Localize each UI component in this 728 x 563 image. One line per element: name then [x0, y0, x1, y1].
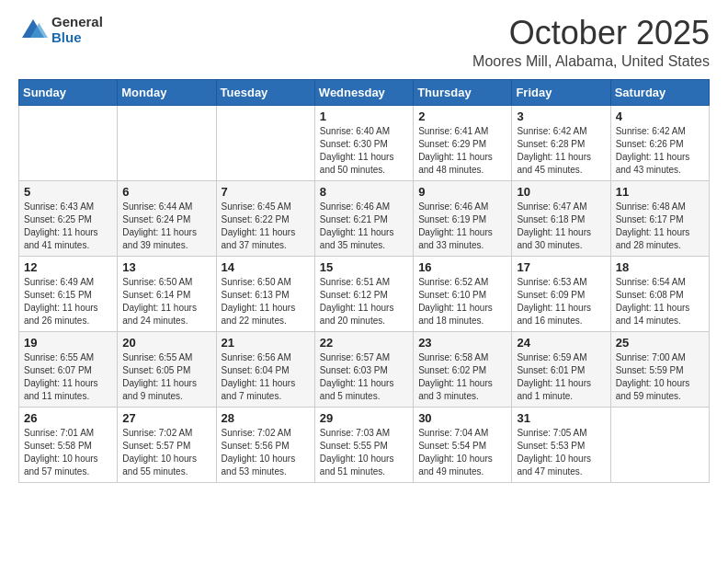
header: General Blue October 2025 Moores Mill, A…: [18, 15, 710, 70]
day-number: 27: [122, 411, 210, 425]
day-info: Sunrise: 6:46 AM Sunset: 6:21 PM Dayligh…: [320, 201, 408, 252]
day-number: 26: [24, 411, 112, 425]
calendar-cell: 17Sunrise: 6:53 AM Sunset: 6:09 PM Dayli…: [512, 256, 610, 331]
month-title: October 2025: [472, 15, 710, 52]
calendar-cell: 9Sunrise: 6:46 AM Sunset: 6:19 PM Daylig…: [414, 180, 512, 256]
day-info: Sunrise: 7:04 AM Sunset: 5:54 PM Dayligh…: [418, 427, 506, 478]
day-info: Sunrise: 6:47 AM Sunset: 6:18 PM Dayligh…: [517, 201, 605, 252]
calendar-cell: 10Sunrise: 6:47 AM Sunset: 6:18 PM Dayli…: [512, 180, 610, 256]
title-block: October 2025 Moores Mill, Alabama, Unite…: [472, 15, 710, 70]
day-number: 29: [320, 411, 408, 425]
calendar-table: SundayMondayTuesdayWednesdayThursdayFrid…: [18, 79, 710, 483]
calendar-cell: 20Sunrise: 6:55 AM Sunset: 6:05 PM Dayli…: [118, 331, 216, 407]
day-info: Sunrise: 6:50 AM Sunset: 6:14 PM Dayligh…: [122, 276, 210, 327]
calendar-week-row: 19Sunrise: 6:55 AM Sunset: 6:07 PM Dayli…: [19, 331, 710, 407]
calendar-cell: 6Sunrise: 6:44 AM Sunset: 6:24 PM Daylig…: [118, 180, 216, 256]
calendar-cell: 18Sunrise: 6:54 AM Sunset: 6:08 PM Dayli…: [610, 256, 709, 331]
day-info: Sunrise: 7:01 AM Sunset: 5:58 PM Dayligh…: [24, 427, 112, 478]
day-number: 7: [222, 185, 310, 199]
day-info: Sunrise: 6:55 AM Sunset: 6:05 PM Dayligh…: [122, 351, 210, 403]
day-info: Sunrise: 6:55 AM Sunset: 6:07 PM Dayligh…: [24, 351, 112, 403]
day-number: 10: [517, 185, 605, 199]
day-number: 14: [222, 260, 310, 274]
weekday-header-thursday: Thursday: [414, 79, 512, 105]
day-number: 15: [320, 260, 408, 274]
day-number: 21: [222, 336, 310, 350]
day-number: 24: [517, 336, 605, 350]
calendar-cell: 14Sunrise: 6:50 AM Sunset: 6:13 PM Dayli…: [216, 256, 314, 331]
calendar-cell: 26Sunrise: 7:01 AM Sunset: 5:58 PM Dayli…: [19, 407, 118, 482]
location: Moores Mill, Alabama, United States: [472, 53, 710, 70]
calendar-cell: 30Sunrise: 7:04 AM Sunset: 5:54 PM Dayli…: [414, 407, 512, 482]
day-info: Sunrise: 6:52 AM Sunset: 6:10 PM Dayligh…: [418, 276, 506, 327]
calendar-cell: 11Sunrise: 6:48 AM Sunset: 6:17 PM Dayli…: [610, 180, 709, 256]
logo-blue-label: Blue: [51, 30, 103, 46]
day-info: Sunrise: 6:42 AM Sunset: 6:26 PM Dayligh…: [616, 125, 704, 177]
calendar-cell: 28Sunrise: 7:02 AM Sunset: 5:56 PM Dayli…: [216, 407, 314, 482]
calendar-cell: 1Sunrise: 6:40 AM Sunset: 6:30 PM Daylig…: [314, 105, 413, 180]
day-number: 19: [24, 336, 112, 350]
day-number: 3: [517, 109, 605, 123]
calendar-cell: 23Sunrise: 6:58 AM Sunset: 6:02 PM Dayli…: [414, 331, 512, 407]
day-info: Sunrise: 6:48 AM Sunset: 6:17 PM Dayligh…: [616, 201, 704, 252]
day-info: Sunrise: 7:02 AM Sunset: 5:57 PM Dayligh…: [122, 427, 210, 478]
day-number: 25: [616, 336, 704, 350]
calendar-cell: 12Sunrise: 6:49 AM Sunset: 6:15 PM Dayli…: [19, 256, 118, 331]
calendar-cell: [19, 105, 118, 180]
calendar-cell: 29Sunrise: 7:03 AM Sunset: 5:55 PM Dayli…: [314, 407, 413, 482]
calendar-cell: 22Sunrise: 6:57 AM Sunset: 6:03 PM Dayli…: [314, 331, 413, 407]
calendar-cell: [216, 105, 314, 180]
calendar-cell: 4Sunrise: 6:42 AM Sunset: 6:26 PM Daylig…: [610, 105, 709, 180]
calendar-cell: 31Sunrise: 7:05 AM Sunset: 5:53 PM Dayli…: [512, 407, 610, 482]
day-info: Sunrise: 6:46 AM Sunset: 6:19 PM Dayligh…: [418, 201, 506, 252]
day-info: Sunrise: 7:02 AM Sunset: 5:56 PM Dayligh…: [222, 427, 310, 478]
day-info: Sunrise: 6:56 AM Sunset: 6:04 PM Dayligh…: [222, 351, 310, 403]
day-number: 28: [222, 411, 310, 425]
calendar-cell: [610, 407, 709, 482]
calendar-cell: 25Sunrise: 7:00 AM Sunset: 5:59 PM Dayli…: [610, 331, 709, 407]
day-info: Sunrise: 6:50 AM Sunset: 6:13 PM Dayligh…: [222, 276, 310, 327]
day-info: Sunrise: 7:00 AM Sunset: 5:59 PM Dayligh…: [616, 351, 704, 403]
day-number: 31: [517, 411, 605, 425]
day-info: Sunrise: 6:41 AM Sunset: 6:29 PM Dayligh…: [418, 125, 506, 177]
calendar-week-row: 5Sunrise: 6:43 AM Sunset: 6:25 PM Daylig…: [19, 180, 710, 256]
weekday-header-tuesday: Tuesday: [216, 79, 314, 105]
day-number: 11: [616, 185, 704, 199]
weekday-header-saturday: Saturday: [610, 79, 709, 105]
weekday-header-friday: Friday: [512, 79, 610, 105]
calendar-week-row: 1Sunrise: 6:40 AM Sunset: 6:30 PM Daylig…: [19, 105, 710, 180]
calendar-cell: 5Sunrise: 6:43 AM Sunset: 6:25 PM Daylig…: [19, 180, 118, 256]
day-info: Sunrise: 6:49 AM Sunset: 6:15 PM Dayligh…: [24, 276, 112, 327]
day-number: 16: [418, 260, 506, 274]
calendar-cell: 24Sunrise: 6:59 AM Sunset: 6:01 PM Dayli…: [512, 331, 610, 407]
day-info: Sunrise: 6:54 AM Sunset: 6:08 PM Dayligh…: [616, 276, 704, 327]
day-number: 18: [616, 260, 704, 274]
day-info: Sunrise: 6:51 AM Sunset: 6:12 PM Dayligh…: [320, 276, 408, 327]
day-info: Sunrise: 6:43 AM Sunset: 6:25 PM Dayligh…: [24, 201, 112, 252]
calendar-cell: 2Sunrise: 6:41 AM Sunset: 6:29 PM Daylig…: [414, 105, 512, 180]
weekday-header-sunday: Sunday: [19, 79, 118, 105]
calendar-cell: 21Sunrise: 6:56 AM Sunset: 6:04 PM Dayli…: [216, 331, 314, 407]
calendar-cell: [118, 105, 216, 180]
day-info: Sunrise: 6:59 AM Sunset: 6:01 PM Dayligh…: [517, 351, 605, 403]
day-number: 4: [616, 109, 704, 123]
day-info: Sunrise: 6:45 AM Sunset: 6:22 PM Dayligh…: [222, 201, 310, 252]
calendar-cell: 19Sunrise: 6:55 AM Sunset: 6:07 PM Dayli…: [19, 331, 118, 407]
day-info: Sunrise: 6:44 AM Sunset: 6:24 PM Dayligh…: [122, 201, 210, 252]
weekday-header-row: SundayMondayTuesdayWednesdayThursdayFrid…: [19, 79, 710, 105]
day-info: Sunrise: 6:42 AM Sunset: 6:28 PM Dayligh…: [517, 125, 605, 177]
day-number: 1: [320, 109, 408, 123]
day-number: 22: [320, 336, 408, 350]
calendar-cell: 8Sunrise: 6:46 AM Sunset: 6:21 PM Daylig…: [314, 180, 413, 256]
day-number: 2: [418, 109, 506, 123]
day-number: 6: [122, 185, 210, 199]
logo: General Blue: [18, 15, 103, 45]
day-number: 23: [418, 336, 506, 350]
calendar-cell: 16Sunrise: 6:52 AM Sunset: 6:10 PM Dayli…: [414, 256, 512, 331]
calendar-cell: 7Sunrise: 6:45 AM Sunset: 6:22 PM Daylig…: [216, 180, 314, 256]
day-number: 20: [122, 336, 210, 350]
day-info: Sunrise: 7:03 AM Sunset: 5:55 PM Dayligh…: [320, 427, 408, 478]
day-number: 17: [517, 260, 605, 274]
calendar-cell: 3Sunrise: 6:42 AM Sunset: 6:28 PM Daylig…: [512, 105, 610, 180]
weekday-header-wednesday: Wednesday: [314, 79, 413, 105]
